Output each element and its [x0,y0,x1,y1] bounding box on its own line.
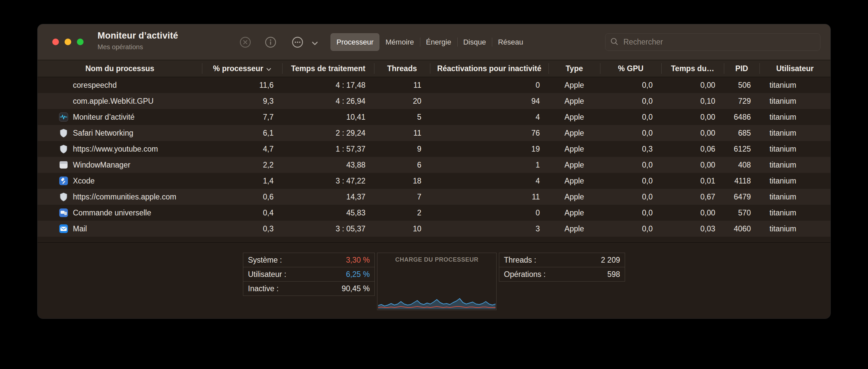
process-name: corespeechd [73,81,117,90]
idle-wakeups-cell: 1 [430,161,549,170]
process-name-cell: Safari Networking [38,128,202,138]
table-row[interactable]: WindowManager2,243,8861Apple0,00,00408ti… [38,157,830,173]
stat-row: Utilisateur :6,25 % [243,267,374,281]
cpu-percent-cell: 2,2 [202,161,282,170]
table-row[interactable]: https://communities.apple.com0,614,37711… [38,189,830,205]
table-row[interactable]: com.apple.WebKit.GPU9,34 : 26,942094Appl… [38,93,830,109]
pid-cell: 408 [724,161,760,170]
user-cell: titanium [760,129,830,138]
window-subtitle: Mes opérations [97,43,178,51]
mail-icon [59,224,68,233]
search-field[interactable] [605,33,820,51]
cpu-time-cell: 45,83 [282,208,374,217]
tab-memoire[interactable]: Mémoire [379,33,420,51]
tab-reseau[interactable]: Réseau [492,33,529,51]
tab-disque[interactable]: Disque [457,33,492,51]
pid-cell: 6125 [724,145,760,154]
user-cell: titanium [760,113,830,122]
column-header-idle-wakeups[interactable]: Réactivations pour inactivité [430,60,549,77]
column-header-type[interactable]: Type [549,60,600,77]
column-header-name[interactable]: Nom du processus [38,60,202,77]
quit-process-button[interactable] [239,36,252,48]
column-header-pid[interactable]: PID [724,60,760,77]
tab-energie[interactable]: Énergie [420,33,457,51]
process-name: Xcode [73,176,95,186]
column-header-cpu-time[interactable]: Temps de traitement [282,60,374,77]
cpu-time-cell: 4 : 26,94 [282,97,374,106]
table-row[interactable]: Xcode1,43 : 47,22184Apple0,00,014118tita… [38,173,830,189]
generic-app-icon [59,96,68,106]
process-name-cell: Moniteur d’activité [38,112,202,122]
more-options-button[interactable] [291,36,304,48]
cpu-time-cell: 2 : 29,24 [282,129,374,138]
activity-monitor-icon [59,112,68,122]
gpu-time-cell: 0,00 [661,161,724,170]
table-row[interactable]: corespeechd11,64 : 17,48110Apple0,00,005… [38,77,830,93]
window-title: Moniteur d’activité [97,31,178,41]
stat-row: Opérations :598 [499,267,625,281]
gpu-time-cell: 0,67 [661,193,724,201]
zoom-window-button[interactable] [77,39,84,45]
idle-wakeups-cell: 3 [430,224,549,233]
process-name: com.apple.WebKit.GPU [73,97,153,106]
search-input[interactable] [623,37,815,47]
sort-indicator-icon [266,64,271,73]
table-header: Nom du processus % processeur Temps de t… [38,60,830,77]
table-row[interactable]: https://www.youtube.com4,71 : 57,37919Ap… [38,141,830,157]
user-cell: titanium [760,208,830,217]
cpu-percent-cell: 0,3 [202,224,282,233]
type-cell: Apple [549,176,600,186]
chevron-down-icon[interactable] [312,40,318,46]
column-header-label: Utilisateur [776,64,813,73]
cpu-percent-cell: 0,6 [202,193,282,201]
ellipsis-circle-icon [291,36,304,48]
column-header-label: Réactivations pour inactivité [437,64,541,73]
threads-processes-stats: Threads :2 209Opérations :598 [499,253,625,281]
inspect-process-button[interactable] [264,36,277,48]
process-name-cell: corespeechd [38,80,202,90]
stat-label: Opérations : [504,270,546,279]
column-header-label: Temps de traitement [291,64,365,73]
process-name-cell: com.apple.WebKit.GPU [38,96,202,106]
table-row[interactable]: Moniteur d’activité7,710,4154Apple0,00,0… [38,109,830,125]
cpu-percent-cell: 9,3 [202,97,282,106]
idle-wakeups-cell: 19 [430,145,549,154]
idle-wakeups-cell: 0 [430,81,549,90]
column-header-label: % GPU [618,64,644,73]
idle-wakeups-cell: 4 [430,176,549,186]
gpu-percent-cell: 0,0 [600,113,661,122]
idle-wakeups-cell: 0 [430,208,549,217]
close-window-button[interactable] [52,39,59,45]
gpu-percent-cell: 0,0 [600,224,661,233]
shield-icon [59,128,68,138]
table-row[interactable]: Commande universelle0,445,8320Apple0,00,… [38,205,830,221]
table-row[interactable]: Mail0,33 : 05,37103Apple0,00,034060titan… [38,221,830,237]
threads-cell: 9 [374,145,430,154]
column-header-cpu-percent[interactable]: % processeur [202,60,282,77]
column-header-label: Nom du processus [85,64,154,73]
process-name-cell: WindowManager [38,160,202,170]
x-circle-icon [239,36,252,48]
user-cell: titanium [760,161,830,170]
column-header-user[interactable]: Utilisateur [760,60,830,77]
column-header-gpu-percent[interactable]: % GPU [600,60,661,77]
tab-processeur[interactable]: Processeur [331,33,379,51]
idle-wakeups-cell: 94 [430,97,549,106]
user-cell: titanium [760,145,830,154]
pid-cell: 729 [724,97,760,106]
threads-cell: 2 [374,208,430,217]
type-cell: Apple [549,208,600,217]
threads-cell: 11 [374,129,430,138]
pid-cell: 6479 [724,193,760,201]
column-header-label: Type [566,64,583,73]
gpu-time-cell: 0,00 [661,208,724,217]
minimize-window-button[interactable] [65,39,71,45]
user-cell: titanium [760,224,830,233]
table-row[interactable]: Safari Networking6,12 : 29,241176Apple0,… [38,125,830,141]
column-header-gpu-time[interactable]: Temps du… [661,60,724,77]
pid-cell: 4060 [724,224,760,233]
gpu-time-cell: 0,10 [661,97,724,106]
column-header-threads[interactable]: Threads [374,60,430,77]
threads-cell: 7 [374,193,430,201]
column-header-label: PID [735,64,748,73]
